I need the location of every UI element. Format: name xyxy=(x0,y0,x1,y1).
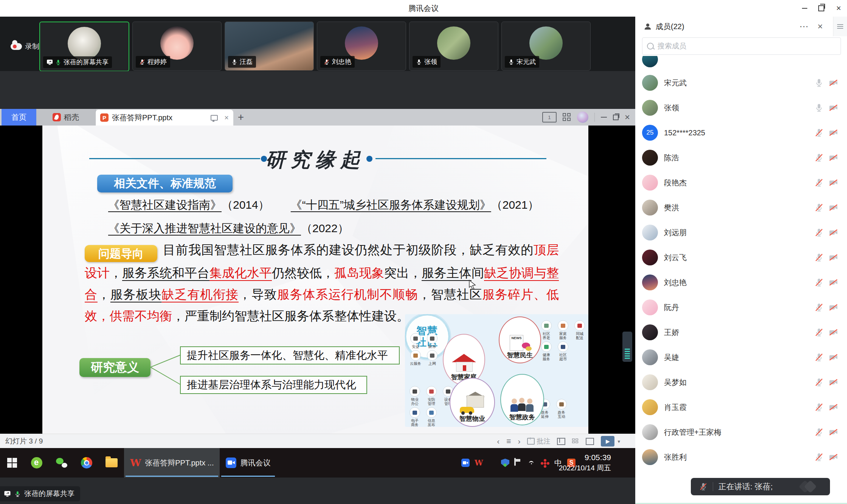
tray-volume-icon[interactable] xyxy=(488,459,496,467)
play-slideshow-button[interactable]: ▶ xyxy=(601,436,614,447)
tray-security-icon[interactable] xyxy=(501,459,509,467)
more-options-icon[interactable]: ⋯ xyxy=(799,21,809,32)
member-mic-icon[interactable] xyxy=(814,378,824,387)
tab-document[interactable]: P 张蓓答辩PPT.pptx × xyxy=(96,110,233,126)
member-row[interactable]: 刘远朋 xyxy=(635,220,847,245)
prev-slide-button[interactable]: ‹ xyxy=(497,437,500,446)
grid-view-icon[interactable] xyxy=(563,113,571,121)
wps-account-avatar[interactable] xyxy=(577,112,588,123)
start-button[interactable] xyxy=(0,448,24,478)
member-camera-icon[interactable] xyxy=(829,353,838,362)
play-options-caret[interactable]: ▾ xyxy=(617,439,620,444)
split-view-icon[interactable] xyxy=(557,438,565,445)
slide-list-button[interactable]: ≡ xyxy=(506,437,511,446)
taskbar-wps-window[interactable]: W 张蓓答辩PPT.pptx ... xyxy=(124,448,220,478)
member-row[interactable]: 吴婕 xyxy=(635,345,847,370)
member-search-input[interactable]: 搜索成员 xyxy=(642,37,841,55)
video-tile[interactable]: 程婷婷 xyxy=(132,22,222,71)
member-mic-icon[interactable] xyxy=(814,353,824,362)
member-row[interactable]: 阮丹 xyxy=(635,295,847,320)
member-row[interactable]: 行政管理+王家梅 xyxy=(635,420,847,445)
member-mic-icon[interactable] xyxy=(814,403,824,412)
minimize-button[interactable] xyxy=(797,2,812,14)
member-mic-icon[interactable] xyxy=(814,303,824,312)
member-row[interactable]: 张领 xyxy=(635,95,847,120)
taskbar-wechat[interactable] xyxy=(49,448,74,478)
wps-minimize-button[interactable] xyxy=(601,117,607,118)
video-tile[interactable]: 宋元武 xyxy=(501,22,591,71)
member-row[interactable]: 25 152****2325 xyxy=(635,120,847,145)
avatar xyxy=(642,175,658,191)
member-mic-icon[interactable] xyxy=(814,228,824,237)
member-camera-icon[interactable] xyxy=(829,128,838,137)
member-row[interactable]: 肖玉霞 xyxy=(635,395,847,420)
member-camera-icon[interactable] xyxy=(829,303,838,312)
video-tile[interactable]: 汪磊 xyxy=(225,22,314,71)
reading-view-icon[interactable] xyxy=(586,438,594,445)
video-tile[interactable]: 刘忠艳 xyxy=(317,22,406,71)
member-row[interactable]: 刘忠艳 xyxy=(635,270,847,295)
single-page-view-icon[interactable]: 1 xyxy=(542,112,557,123)
member-row[interactable]: 樊洪 xyxy=(635,195,847,220)
member-camera-icon[interactable] xyxy=(829,103,838,112)
member-camera-icon[interactable] xyxy=(829,153,838,162)
member-row[interactable]: 宋元武 xyxy=(635,70,847,95)
member-row[interactable]: 段艳杰 xyxy=(635,170,847,195)
panel-close-icon[interactable]: × xyxy=(818,21,823,32)
member-camera-icon[interactable] xyxy=(829,403,838,412)
member-row[interactable]: 吴梦如 xyxy=(635,370,847,395)
member-camera-icon[interactable] xyxy=(829,328,838,337)
member-mic-icon[interactable] xyxy=(814,453,824,462)
member-mic-icon[interactable] xyxy=(814,128,824,137)
panel-menu-rail[interactable] xyxy=(833,17,847,36)
member-camera-icon[interactable] xyxy=(829,428,838,437)
member-row[interactable]: 刘云飞 xyxy=(635,245,847,270)
tray-wps-icon[interactable]: W xyxy=(475,459,483,467)
member-mic-icon[interactable] xyxy=(814,428,824,437)
tray-battery-icon[interactable] xyxy=(514,459,523,467)
member-mic-icon[interactable] xyxy=(814,153,824,162)
member-mic-icon[interactable] xyxy=(814,178,824,187)
member-mic-icon[interactable] xyxy=(814,278,824,287)
taskbar-360-browser[interactable] xyxy=(24,448,49,478)
taskbar-clock[interactable]: 9:05:39 2022/10/14 周五 xyxy=(559,448,611,478)
grid-layout-icon[interactable] xyxy=(572,439,579,444)
new-tab-button[interactable]: + xyxy=(233,109,248,126)
annotate-button[interactable]: 批注 xyxy=(527,437,550,446)
member-camera-icon[interactable] xyxy=(829,178,838,187)
member-row[interactable]: 陈浩 xyxy=(635,145,847,170)
member-camera-icon[interactable] xyxy=(829,228,838,237)
maximize-button[interactable] xyxy=(814,2,829,14)
tray-antivirus-icon[interactable] xyxy=(541,459,549,467)
member-camera-icon[interactable] xyxy=(829,203,838,212)
tab-home[interactable]: 首页 xyxy=(2,109,36,126)
member-row[interactable]: 王娇 xyxy=(635,320,847,345)
member-camera-icon[interactable] xyxy=(829,278,838,287)
member-camera-icon[interactable] xyxy=(829,378,838,387)
close-tab-icon[interactable]: × xyxy=(224,113,229,122)
diagram-mini-icon: 电子商务 xyxy=(406,407,423,427)
member-camera-icon[interactable] xyxy=(829,453,838,462)
wps-restore-button[interactable] xyxy=(613,115,619,120)
wps-close-button[interactable]: × xyxy=(625,113,630,121)
close-button[interactable]: × xyxy=(831,2,846,14)
tab-docer[interactable]: 稻壳 xyxy=(36,109,96,126)
member-panel: 成员(22) ⋯ × 搜索成员 宋元武 xyxy=(635,17,847,504)
tray-meeting-icon[interactable] xyxy=(461,459,470,467)
member-mic-icon[interactable] xyxy=(814,253,824,262)
next-slide-button[interactable]: › xyxy=(518,437,520,446)
taskbar-chrome[interactable] xyxy=(74,448,99,478)
member-camera-icon[interactable] xyxy=(829,78,838,87)
member-mic-icon[interactable] xyxy=(814,203,824,212)
taskbar-meeting-window[interactable]: 腾讯会议 xyxy=(220,448,276,478)
member-camera-icon[interactable] xyxy=(829,253,838,262)
member-mic-icon[interactable] xyxy=(814,328,824,337)
member-row[interactable]: 张胜利 xyxy=(635,445,847,470)
tray-wifi-icon[interactable] xyxy=(527,459,536,467)
member-list[interactable]: 宋元武 张领 xyxy=(635,56,847,478)
video-tile[interactable]: 张领 xyxy=(409,22,498,71)
video-tile[interactable]: 张蓓的屏幕共享 xyxy=(39,22,129,71)
taskbar-explorer[interactable] xyxy=(99,448,124,478)
member-mic-icon[interactable] xyxy=(814,78,824,87)
member-mic-icon[interactable] xyxy=(814,103,824,112)
